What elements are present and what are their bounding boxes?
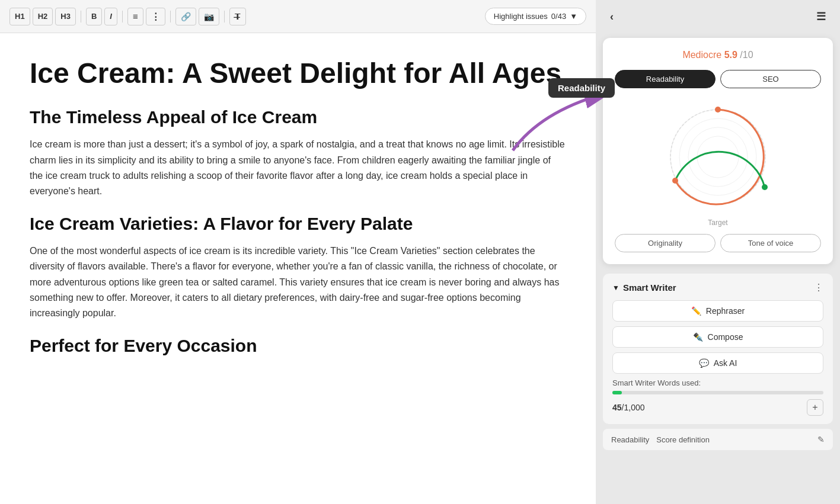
- compose-label: Compose: [708, 332, 743, 342]
- words-count-row: 45/1,000 +: [612, 399, 823, 416]
- section2-heading: Ice Cream Varieties: A Flavor for Every …: [30, 214, 566, 234]
- score-card: Mediocre 5.9 /10 Readability SEO: [603, 38, 833, 264]
- ask-ai-icon: 💬: [699, 358, 709, 368]
- bottom-footer: Readability Score definition ✎: [603, 429, 833, 450]
- rephraser-icon: ✏️: [691, 306, 701, 316]
- smart-writer-label: Smart Writer: [623, 283, 676, 293]
- bottom-tabs: Originality Tone of voice: [615, 234, 821, 252]
- ask-ai-label: Ask AI: [714, 358, 737, 368]
- highlight-issues-button[interactable]: Highlight issues 0/43 ▼: [485, 8, 586, 25]
- score-max: /10: [740, 50, 753, 60]
- sidebar-back-button[interactable]: ‹: [605, 8, 618, 25]
- smart-writer-header: ▼ Smart Writer ⋮: [612, 282, 823, 293]
- readability-tooltip: Readability: [548, 78, 615, 98]
- target-label: Target: [708, 219, 727, 227]
- svg-point-6: [715, 107, 721, 113]
- link-button[interactable]: 🔗: [175, 8, 196, 25]
- clear-format-button[interactable]: T̶: [229, 8, 246, 25]
- chart-container: Target: [615, 98, 821, 227]
- section1-paragraph: Ice cream is more than just a dessert; i…: [30, 137, 566, 200]
- rephraser-label: Rephraser: [706, 306, 745, 316]
- rephraser-button[interactable]: ✏️ Rephraser: [612, 300, 823, 322]
- bold-button[interactable]: B: [86, 8, 102, 25]
- score-label-text: Mediocre: [682, 50, 721, 60]
- separator-4: [224, 11, 225, 23]
- svg-point-4: [697, 136, 739, 178]
- readability-chart: [659, 98, 777, 216]
- words-progress-fill: [612, 391, 622, 394]
- tab-row: Readability SEO: [615, 70, 821, 88]
- separator-2: [122, 11, 123, 23]
- italic-button[interactable]: I: [104, 8, 117, 25]
- sidebar-header: ‹ ☰: [596, 0, 840, 33]
- svg-point-7: [672, 178, 678, 184]
- section2-paragraph: One of the most wonderful aspects of ice…: [30, 243, 566, 322]
- sidebar-menu-button[interactable]: ☰: [812, 8, 831, 25]
- compose-icon: ✒️: [693, 332, 703, 342]
- footer-score-def-label: Score definition: [656, 435, 710, 444]
- toolbar-right: Highlight issues 0/43 ▼: [485, 8, 586, 25]
- separator-1: [81, 11, 81, 23]
- ordered-list-button[interactable]: ≡: [127, 8, 143, 25]
- footer-readability-label: Readability: [611, 435, 649, 444]
- highlight-label: Highlight issues: [494, 12, 548, 21]
- smart-writer-menu-button[interactable]: ⋮: [814, 282, 823, 293]
- smart-writer-title: ▼ Smart Writer: [612, 283, 676, 293]
- words-total-value: 1,000: [624, 403, 644, 412]
- chevron-down-icon: ▼: [612, 284, 619, 292]
- score-title: Mediocre 5.9 /10: [615, 50, 821, 60]
- image-button[interactable]: 📷: [199, 8, 219, 25]
- tab-readability[interactable]: Readability: [615, 70, 716, 88]
- smart-writer-section: ▼ Smart Writer ⋮ ✏️ Rephraser ✒️ Compose…: [603, 274, 833, 424]
- svg-point-2: [679, 118, 756, 195]
- words-used-value: 45: [612, 403, 622, 412]
- words-used-label: Smart Writer Words used:: [612, 378, 823, 387]
- article-title: Ice Cream: A Sweet Delight for All Ages: [30, 57, 566, 89]
- btn-tone-of-voice[interactable]: Tone of voice: [720, 234, 821, 252]
- content-area[interactable]: Ice Cream: A Sweet Delight for All Ages …: [0, 33, 596, 504]
- footer-labels: Readability Score definition: [611, 435, 710, 444]
- tab-seo[interactable]: SEO: [720, 70, 821, 88]
- sidebar: ‹ ☰ Readability Mediocre 5.9 /10 Readabi…: [596, 0, 840, 504]
- section3-heading: Perfect for Every Occasion: [30, 336, 566, 356]
- svg-point-8: [762, 184, 768, 190]
- ask-ai-button[interactable]: 💬 Ask AI: [612, 352, 823, 374]
- score-card-wrapper: Readability Mediocre 5.9 /10 Readability…: [596, 33, 840, 269]
- btn-originality[interactable]: Originality: [615, 234, 716, 252]
- unordered-list-button[interactable]: ⋮: [146, 8, 165, 25]
- add-words-button[interactable]: +: [807, 399, 823, 416]
- section1-heading: The Timeless Appeal of Ice Cream: [30, 107, 566, 127]
- compose-button[interactable]: ✒️ Compose: [612, 326, 823, 348]
- footer-edit-button[interactable]: ✎: [817, 435, 825, 444]
- separator-3: [170, 11, 171, 23]
- toolbar-left: H1 H2 H3 B I ≡ ⋮ 🔗 📷 T̶: [9, 8, 246, 25]
- editor-area: H1 H2 H3 B I ≡ ⋮ 🔗 📷 T̶ Highlight issues…: [0, 0, 596, 504]
- issues-count-badge: 0/43: [551, 12, 566, 21]
- h2-button[interactable]: H2: [33, 8, 53, 25]
- words-progress-bar: [612, 391, 823, 394]
- toolbar: H1 H2 H3 B I ≡ ⋮ 🔗 📷 T̶ Highlight issues…: [0, 0, 596, 33]
- score-value: 5.9: [724, 50, 737, 60]
- h1-button[interactable]: H1: [9, 8, 30, 25]
- h3-button[interactable]: H3: [55, 8, 76, 25]
- words-count: 45/1,000: [612, 403, 645, 412]
- chevron-down-icon: ▼: [570, 12, 577, 21]
